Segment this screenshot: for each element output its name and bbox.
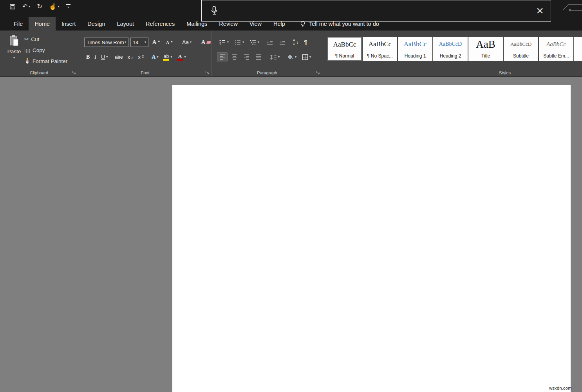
chevron-down-icon[interactable]: ▾ bbox=[242, 41, 244, 44]
font-name-value: Times New Rom bbox=[87, 40, 124, 45]
style-card-title[interactable]: AaB Title bbox=[468, 37, 503, 61]
numbering-button[interactable]: ▾ bbox=[232, 38, 246, 47]
cut-button[interactable]: ✂ Cut bbox=[24, 34, 39, 44]
chevron-down-icon[interactable]: ▾ bbox=[184, 56, 186, 59]
redo-button[interactable]: ↻ bbox=[37, 4, 42, 10]
paint-bucket-icon bbox=[287, 54, 294, 60]
underline-button[interactable]: U ▾ bbox=[99, 53, 110, 61]
tell-me-label: Tell me what you want to do bbox=[309, 21, 379, 27]
tab-layout[interactable]: Layout bbox=[111, 17, 140, 31]
superscript-button[interactable]: x 2 bbox=[136, 53, 146, 61]
redo-icon: ↻ bbox=[37, 4, 42, 10]
chevron-down-icon[interactable]: ▾ bbox=[157, 56, 158, 59]
format-painter-button[interactable]: Format Painter bbox=[24, 56, 67, 66]
customize-quick-access-button[interactable]: ▾ bbox=[66, 4, 70, 9]
paste-icon bbox=[9, 35, 19, 47]
clear-formatting-button[interactable]: A bbox=[199, 38, 213, 46]
change-case-button[interactable]: Aa ▾ bbox=[180, 38, 193, 46]
style-name: Subtitle bbox=[504, 52, 538, 60]
font-group: Times New Rom ▾ 14 ▾ A ▲ A ▼ Aa ▾ bbox=[79, 31, 212, 76]
save-button[interactable] bbox=[9, 4, 16, 10]
paste-label: Paste bbox=[7, 49, 21, 54]
align-right-button[interactable] bbox=[241, 52, 252, 61]
styles-group-label: Styles bbox=[491, 70, 519, 75]
multilevel-list-icon bbox=[249, 39, 257, 45]
style-name: Subtle Em... bbox=[539, 52, 573, 60]
close-icon[interactable]: × bbox=[536, 3, 544, 19]
undo-button[interactable]: ↶ ▾ bbox=[22, 4, 30, 10]
chevron-down-icon[interactable]: ▾ bbox=[295, 56, 296, 59]
style-card-normal[interactable]: AaBbCc ¶ Normal bbox=[327, 37, 362, 61]
chevron-down-icon[interactable]: ▾ bbox=[258, 41, 259, 44]
chevron-down-icon[interactable]: ▾ bbox=[309, 56, 311, 59]
align-left-button[interactable] bbox=[217, 52, 228, 61]
shading-button[interactable]: ▾ bbox=[285, 53, 298, 61]
font-name-select[interactable]: Times New Rom ▾ bbox=[84, 38, 128, 47]
align-right-icon bbox=[243, 54, 250, 60]
highlight-color-bar bbox=[163, 59, 169, 61]
font-group-label: Font bbox=[79, 70, 211, 75]
show-formatting-marks-button[interactable]: ¶ bbox=[302, 38, 309, 47]
style-card-subtitle[interactable]: AaBbCcD Subtitle bbox=[504, 37, 538, 61]
document-page[interactable] bbox=[172, 85, 571, 392]
align-center-icon bbox=[231, 54, 238, 60]
tab-home[interactable]: Home bbox=[29, 17, 56, 31]
style-card-no-spacing[interactable]: AaBbCc ¶ No Spac... bbox=[363, 37, 397, 61]
chevron-down-icon[interactable]: ▾ bbox=[227, 41, 229, 44]
word-window: ↶ ▾ ↻ ☝ ▾ ▾ bbox=[0, 0, 582, 392]
microphone-icon[interactable] bbox=[210, 5, 218, 16]
tab-file[interactable]: File bbox=[8, 17, 29, 31]
copy-button[interactable]: Copy bbox=[24, 45, 45, 55]
text-effects-button[interactable]: A ▾ bbox=[150, 53, 160, 61]
style-name: ¶ Normal bbox=[328, 52, 361, 60]
ribbon-home: Paste ▾ ✂ Cut Copy bbox=[0, 31, 582, 77]
line-spacing-button[interactable]: ▾ bbox=[268, 53, 282, 61]
text-highlight-button[interactable]: ab ▾ bbox=[161, 53, 174, 62]
style-preview: AaBbCc bbox=[363, 37, 397, 52]
up-triangle-icon: ▲ bbox=[157, 40, 160, 42]
clipboard-dialog-launcher[interactable] bbox=[72, 70, 76, 75]
style-name: E bbox=[574, 52, 582, 60]
italic-button[interactable]: I bbox=[92, 53, 98, 61]
decrease-indent-button[interactable] bbox=[264, 38, 275, 47]
justify-button[interactable] bbox=[253, 52, 264, 61]
customize-qat-icon: ▾ bbox=[66, 4, 70, 9]
font-dialog-launcher[interactable] bbox=[205, 70, 210, 75]
style-card-heading2[interactable]: AaBbCcD Heading 2 bbox=[433, 37, 468, 61]
tab-design[interactable]: Design bbox=[81, 17, 111, 31]
font-size-select[interactable]: 14 ▾ bbox=[130, 38, 148, 47]
shrink-font-button[interactable]: A ▼ bbox=[164, 39, 175, 46]
paragraph-dialog-launcher[interactable] bbox=[316, 70, 320, 75]
borders-button[interactable]: ▾ bbox=[300, 53, 313, 61]
chevron-down-icon[interactable]: ▾ bbox=[278, 56, 280, 59]
style-preview: AaBbCc bbox=[539, 37, 573, 52]
style-name: Heading 2 bbox=[433, 52, 468, 60]
multilevel-list-button[interactable]: ▾ bbox=[248, 38, 261, 47]
dictation-overlay: × bbox=[201, 0, 551, 22]
paste-button[interactable]: Paste ▾ bbox=[5, 35, 23, 72]
chevron-down-icon[interactable]: ▾ bbox=[170, 56, 172, 59]
bullets-button[interactable]: ▾ bbox=[217, 38, 231, 47]
tab-references[interactable]: References bbox=[140, 17, 181, 31]
increase-indent-button[interactable] bbox=[277, 38, 288, 47]
tab-insert[interactable]: Insert bbox=[56, 17, 81, 31]
style-name: ¶ No Spac... bbox=[363, 52, 397, 60]
style-card-heading1[interactable]: AaBbCc Heading 1 bbox=[398, 37, 432, 61]
sort-button[interactable]: AZ ↓ bbox=[291, 38, 300, 47]
chevron-down-icon[interactable]: ▾ bbox=[58, 5, 60, 8]
style-card-subtle-emphasis[interactable]: AaBbCc Subtle Em... bbox=[539, 37, 573, 61]
font-color-button[interactable]: A ▾ bbox=[175, 52, 188, 62]
chevron-down-icon[interactable]: ▾ bbox=[106, 56, 108, 59]
strikethrough-button[interactable]: abc bbox=[113, 54, 125, 61]
style-card-partial[interactable]: A E bbox=[574, 37, 582, 61]
cut-label: Cut bbox=[31, 36, 39, 42]
subscript-button[interactable]: x 2 bbox=[125, 53, 135, 61]
chevron-down-icon[interactable]: ▾ bbox=[29, 5, 30, 8]
bold-button[interactable]: B bbox=[84, 53, 92, 61]
align-center-button[interactable] bbox=[229, 52, 240, 61]
chevron-down-icon[interactable]: ▾ bbox=[13, 56, 15, 59]
chevron-down-icon: ▾ bbox=[190, 41, 192, 44]
decrease-indent-icon bbox=[266, 39, 273, 45]
grow-font-button[interactable]: A ▲ bbox=[150, 38, 162, 46]
touch-mouse-mode-button[interactable]: ☝ ▾ bbox=[49, 4, 60, 10]
